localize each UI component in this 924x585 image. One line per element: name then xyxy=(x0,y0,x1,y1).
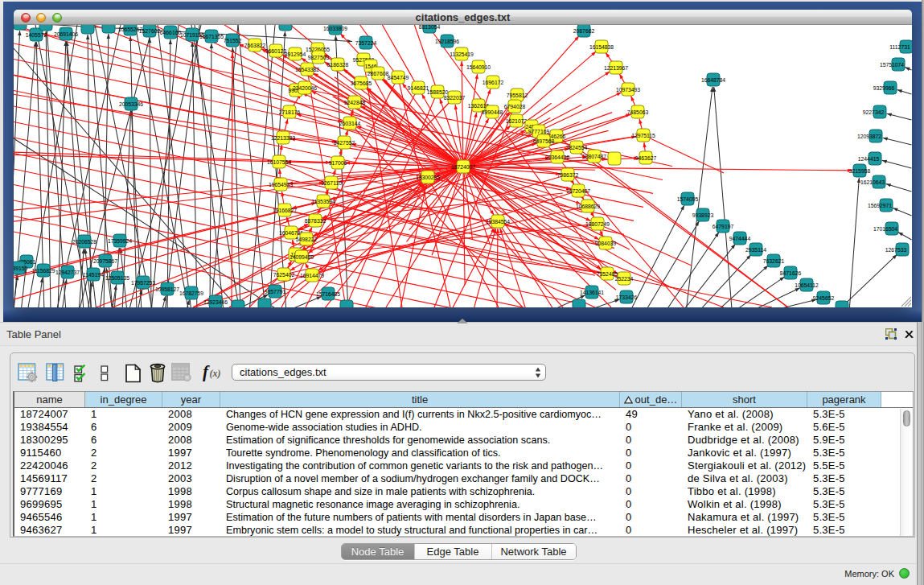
svg-text:1588520: 1588520 xyxy=(427,89,449,95)
table-mode-segmented-control: Node TableEdge TableNetwork Table xyxy=(341,543,577,560)
column-header-filler xyxy=(881,392,914,407)
network-window-titlebar[interactable]: citations_edges.txt xyxy=(14,10,912,25)
svg-text:19218596: 19218596 xyxy=(435,39,459,44)
cell-pagerank: 5.3E-5 xyxy=(807,408,881,421)
column-select-icon-wrap[interactable] xyxy=(74,365,97,382)
column-header-out_de[interactable]: out_de… xyxy=(620,392,682,407)
cell-short: Wolkin et al. (1998) xyxy=(682,498,807,511)
svg-text:10688629: 10688629 xyxy=(576,204,600,209)
delete-table-icon-disabled[interactable] xyxy=(171,363,191,381)
column-header-in_degree[interactable]: in_degree xyxy=(85,392,162,407)
svg-text:5498222: 5498222 xyxy=(296,237,318,242)
svg-text:7986372: 7986372 xyxy=(557,172,579,178)
status-bar: Memory: OK xyxy=(844,568,910,579)
cell-name: 18724007 xyxy=(14,408,85,421)
svg-text:14136141: 14136141 xyxy=(580,290,604,295)
svg-text:16782759: 16782759 xyxy=(179,290,203,296)
tab-network-table[interactable]: Network Table xyxy=(492,544,576,559)
svg-text:1267533: 1267533 xyxy=(885,247,907,253)
svg-text:939159: 939159 xyxy=(14,266,28,271)
table-settings-icon-wrap[interactable] xyxy=(18,363,39,384)
row-height-icon[interactable] xyxy=(101,365,109,381)
svg-text:2603144: 2603144 xyxy=(339,121,361,126)
new-file-icon[interactable] xyxy=(125,364,142,383)
svg-text:2867608: 2867608 xyxy=(368,71,389,76)
cell-name: 14569117 xyxy=(14,472,85,485)
column-header-name[interactable]: name xyxy=(14,392,85,407)
column-select-icon[interactable] xyxy=(74,365,97,382)
cell-title: Structural magnetic resonance image aver… xyxy=(220,498,620,511)
svg-text:1145194: 1145194 xyxy=(83,272,104,278)
cell-short: de Silva et al. (2003) xyxy=(682,472,807,485)
svg-text:6479197: 6479197 xyxy=(713,224,734,229)
network-view-window[interactable]: citations_edges.txt 14055722069140610655… xyxy=(14,10,912,307)
svg-text:17359924: 17359924 xyxy=(108,238,132,244)
cell-short: Franke et al. (2009) xyxy=(682,421,807,434)
window-resize-grip[interactable] xyxy=(899,295,911,307)
svg-text:14099489: 14099489 xyxy=(290,254,314,260)
network-window-title: citations_edges.txt xyxy=(14,11,912,23)
table-row[interactable]: 911546021997Tourette syndrome. Phenomeno… xyxy=(14,447,913,459)
table-row[interactable]: 1872400712008Changes of HCN gene express… xyxy=(14,408,913,421)
column-header-year[interactable]: year xyxy=(162,392,220,407)
svg-text:20206528: 20206528 xyxy=(72,239,97,245)
svg-text:17957253: 17957253 xyxy=(131,280,155,286)
cell-year: 1998 xyxy=(162,485,220,498)
table-row[interactable]: 1938455462009Genome-wide association stu… xyxy=(14,421,913,434)
table-row[interactable]: 946362711997Embryonic stem cells: a mode… xyxy=(14,524,913,537)
new-file-icon-wrap[interactable] xyxy=(125,364,142,383)
close-icon[interactable] xyxy=(904,329,914,340)
column-header-short[interactable]: short xyxy=(682,392,807,407)
svg-text:17016504: 17016504 xyxy=(873,226,897,232)
cell-name: 9699695 xyxy=(14,498,85,511)
column-header-pagerank[interactable]: pagerank xyxy=(807,392,881,407)
table-source-combobox[interactable]: citations_edges.txt xyxy=(232,364,546,381)
row-height-icon-wrap[interactable] xyxy=(101,365,109,381)
table-vertical-scrollbar[interactable] xyxy=(900,409,912,536)
svg-text:9463627: 9463627 xyxy=(635,155,657,161)
memory-status-label: Memory: OK xyxy=(844,569,894,579)
cell-year: 1998 xyxy=(162,498,220,511)
svg-text:1527602: 1527602 xyxy=(139,28,161,34)
table-row[interactable]: 1456911722003Disruption of a novel membe… xyxy=(14,472,913,485)
delete-table-icon-disabled-wrap[interactable] xyxy=(171,363,191,381)
splitter-handle[interactable] xyxy=(457,319,468,323)
svg-text:9857791: 9857791 xyxy=(265,289,286,295)
table-settings-icon[interactable] xyxy=(18,363,39,384)
svg-text:10973493: 10973493 xyxy=(616,87,640,93)
tab-edge-table[interactable]: Edge Table xyxy=(415,544,492,559)
table-body: 1872400712008Changes of HCN gene express… xyxy=(14,408,913,537)
table-row[interactable]: 1830029562008Estimation of significance … xyxy=(14,434,913,447)
delete-icon[interactable] xyxy=(149,362,166,383)
table-row[interactable]: 946554611997Estimation of the future num… xyxy=(14,511,913,524)
svg-text:9827503: 9827503 xyxy=(308,55,330,60)
table-row[interactable]: 969969511998Structural magnetic resonanc… xyxy=(14,498,913,511)
table-row[interactable]: 2242004622012Investigating the contribut… xyxy=(14,459,913,472)
memory-ok-indicator[interactable] xyxy=(899,568,910,579)
svg-text:9938923: 9938923 xyxy=(692,212,714,218)
cell-pagerank: 5.9E-5 xyxy=(807,434,881,447)
table-column-icon[interactable] xyxy=(46,363,66,384)
svg-text:3824554: 3824554 xyxy=(566,145,588,150)
scrollbar-thumb[interactable] xyxy=(903,410,910,426)
cell-year: 2008 xyxy=(162,408,220,421)
cell-in_degree: 6 xyxy=(85,421,162,434)
svg-text:12505135: 12505135 xyxy=(105,275,129,281)
float-window-icon[interactable] xyxy=(885,328,897,340)
delete-icon-wrap[interactable] xyxy=(149,362,166,383)
svg-text:3267110: 3267110 xyxy=(321,180,342,186)
cell-name: 19384554 xyxy=(14,421,85,434)
cell-name: 22420046 xyxy=(14,459,85,472)
tab-node-table[interactable]: Node Table xyxy=(342,544,415,559)
network-canvas[interactable]: 1405572206914061065526715276026466160107… xyxy=(14,25,912,307)
column-header-title[interactable]: title xyxy=(220,392,620,407)
cell-pagerank: 5.3E-5 xyxy=(807,472,881,485)
cell-year: 2008 xyxy=(162,434,220,447)
svg-text:917006: 917006 xyxy=(329,160,347,166)
function-icon[interactable]: f (x) xyxy=(203,362,224,382)
table-row[interactable]: 977716911998Corpus callosum shape and si… xyxy=(14,485,913,498)
table-column-icon-wrap[interactable] xyxy=(46,363,66,384)
svg-text:18807249: 18807249 xyxy=(585,221,610,227)
cell-in_degree: 1 xyxy=(85,524,162,537)
function-icon-wrap[interactable]: f (x) xyxy=(203,362,224,382)
